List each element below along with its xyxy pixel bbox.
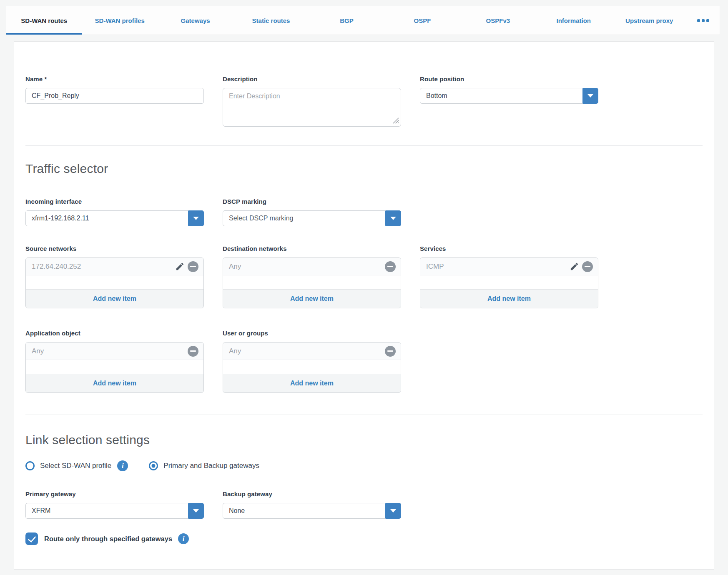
row-name-description-position: Name * Description Route position Bottom — [25, 75, 703, 127]
primary-gateway-label: Primary gateway — [25, 490, 204, 498]
tab-sdwan-routes[interactable]: SD-WAN routes — [6, 6, 82, 35]
backup-gateway-dropdown-button[interactable] — [385, 503, 401, 519]
remove-icon[interactable] — [385, 261, 396, 272]
remove-icon[interactable] — [385, 346, 396, 357]
chevron-down-icon — [587, 94, 593, 98]
user-or-groups-listbox: Any Add new item — [223, 342, 401, 393]
add-new-item-button[interactable]: Add new item — [223, 289, 401, 308]
backup-gateway-label: Backup gateway — [223, 490, 401, 498]
user-or-groups-label: User or groups — [223, 329, 401, 337]
link-selection-heading: Link selection settings — [25, 432, 703, 447]
section-divider — [25, 415, 703, 415]
row-application-users: Application object Any Add new item User… — [25, 329, 703, 393]
route-only-checkbox-row: Route only through specified gateways i — [25, 532, 703, 545]
list-item: Any — [223, 258, 401, 275]
route-position-select[interactable]: Bottom — [420, 88, 598, 104]
dscp-marking-label: DSCP marking — [223, 198, 401, 205]
list-item-text: 172.64.240.252 — [32, 262, 81, 271]
edit-icon[interactable] — [175, 262, 185, 271]
incoming-interface-value: xfrm1-192.168.2.11 — [32, 215, 89, 222]
chevron-down-icon — [390, 509, 396, 512]
radio-label: Primary and Backup gateways — [163, 462, 259, 470]
list-item: 172.64.240.252 — [26, 258, 203, 275]
row-gateways: Primary gateway XFRM Backup gateway None — [25, 490, 703, 519]
add-new-item-button[interactable]: Add new item — [26, 374, 203, 392]
name-input[interactable] — [25, 88, 204, 104]
radio-button[interactable] — [149, 461, 158, 470]
radio-option-sdwan-profile[interactable]: Select SD-WAN profile i — [25, 460, 128, 471]
chevron-down-icon — [193, 217, 199, 220]
list-item: Any — [26, 342, 203, 360]
route-position-field-group: Route position Bottom — [420, 75, 598, 127]
incoming-interface-dropdown-button[interactable] — [188, 210, 204, 226]
tab-information[interactable]: Information — [536, 6, 611, 35]
more-tabs-ellipsis-icon[interactable] — [687, 6, 720, 35]
source-networks-label: Source networks — [25, 245, 204, 252]
source-networks-field-group: Source networks 172.64.240.252 Add new i… — [25, 245, 204, 308]
incoming-interface-select[interactable]: xfrm1-192.168.2.11 — [25, 210, 204, 226]
row-interface-dscp: Incoming interface xfrm1-192.168.2.11 DS… — [25, 198, 703, 226]
backup-gateway-value: None — [229, 507, 245, 515]
remove-icon[interactable] — [582, 261, 593, 272]
link-selection-radio-group: Select SD-WAN profile i Primary and Back… — [25, 460, 703, 471]
list-item: ICMP — [420, 258, 598, 275]
radio-option-primary-backup-gateways[interactable]: Primary and Backup gateways — [149, 461, 259, 470]
tab-bar: SD-WAN routes SD-WAN profiles Gateways S… — [6, 6, 720, 35]
add-new-item-button[interactable]: Add new item — [223, 374, 401, 392]
info-icon[interactable]: i — [117, 460, 128, 471]
primary-gateway-select[interactable]: XFRM — [25, 503, 204, 519]
tab-gateways[interactable]: Gateways — [158, 6, 233, 35]
chevron-down-icon — [390, 217, 396, 220]
list-item: Any — [223, 342, 401, 360]
route-only-checkbox[interactable] — [25, 532, 38, 545]
name-label: Name * — [25, 75, 204, 83]
row-networks-services: Source networks 172.64.240.252 Add new i… — [25, 245, 703, 308]
dscp-marking-select[interactable]: Select DSCP marking — [223, 210, 401, 226]
backup-gateway-select[interactable]: None — [223, 503, 401, 519]
resize-handle-icon[interactable] — [393, 118, 399, 124]
name-field-group: Name * — [25, 75, 204, 127]
services-listbox: ICMP Add new item — [420, 258, 598, 308]
tab-bgp[interactable]: BGP — [309, 6, 384, 35]
incoming-interface-field-group: Incoming interface xfrm1-192.168.2.11 — [25, 198, 204, 226]
radio-button[interactable] — [25, 461, 35, 470]
route-only-checkbox-label: Route only through specified gateways — [44, 535, 172, 543]
backup-gateway-field-group: Backup gateway None — [223, 490, 401, 519]
chevron-down-icon — [193, 509, 199, 512]
services-label: Services — [420, 245, 598, 252]
list-item-text: Any — [229, 262, 241, 271]
tab-ospf[interactable]: OSPF — [384, 6, 460, 35]
info-icon[interactable]: i — [178, 533, 189, 544]
remove-icon[interactable] — [188, 261, 198, 272]
source-networks-listbox: 172.64.240.252 Add new item — [25, 258, 204, 308]
tab-ospfv3[interactable]: OSPFv3 — [460, 6, 536, 35]
route-position-label: Route position — [420, 75, 598, 83]
route-position-value: Bottom — [426, 92, 447, 100]
tab-upstream-proxy[interactable]: Upstream proxy — [612, 6, 687, 35]
user-or-groups-field-group: User or groups Any Add new item — [223, 329, 401, 393]
dscp-marking-value: Select DSCP marking — [229, 215, 293, 222]
services-field-group: Services ICMP Add new item — [420, 245, 598, 308]
dscp-marking-dropdown-button[interactable] — [385, 210, 401, 226]
application-object-label: Application object — [25, 329, 204, 337]
tab-static-routes[interactable]: Static routes — [233, 6, 309, 35]
remove-icon[interactable] — [188, 346, 198, 357]
add-new-item-button[interactable]: Add new item — [26, 289, 203, 308]
edit-icon[interactable] — [570, 262, 579, 271]
destination-networks-label: Destination networks — [223, 245, 401, 252]
destination-networks-field-group: Destination networks Any Add new item — [223, 245, 401, 308]
primary-gateway-value: XFRM — [32, 507, 50, 515]
description-textarea[interactable] — [223, 88, 401, 127]
tab-sdwan-profiles[interactable]: SD-WAN profiles — [82, 6, 157, 35]
primary-gateway-dropdown-button[interactable] — [188, 503, 204, 519]
route-position-dropdown-button[interactable] — [582, 88, 598, 104]
list-item-text: Any — [229, 347, 241, 355]
description-field-group: Description — [223, 75, 401, 127]
list-item-text: ICMP — [426, 262, 444, 271]
add-new-item-button[interactable]: Add new item — [420, 289, 598, 308]
radio-label: Select SD-WAN profile — [40, 462, 111, 470]
list-item-text: Any — [32, 347, 44, 355]
description-label: Description — [223, 75, 401, 83]
primary-gateway-field-group: Primary gateway XFRM — [25, 490, 204, 519]
application-object-field-group: Application object Any Add new item — [25, 329, 204, 393]
